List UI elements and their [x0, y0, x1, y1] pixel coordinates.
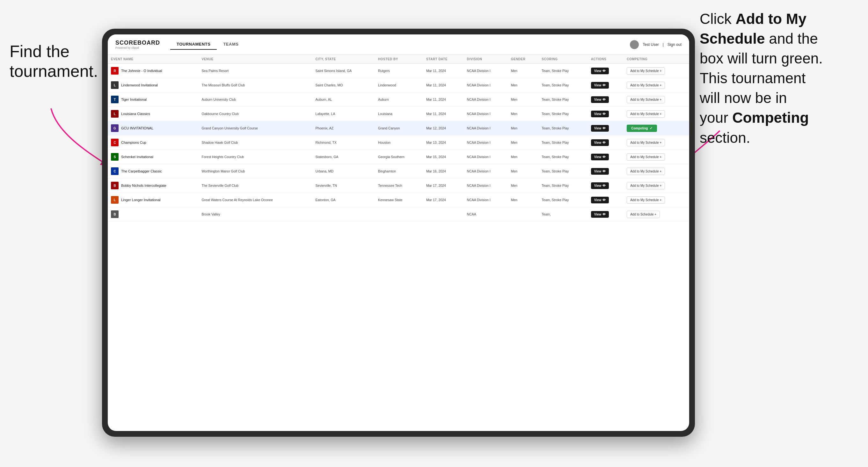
- division-cell: NCAA Division I: [464, 64, 508, 78]
- eye-icon: 👁: [602, 127, 606, 130]
- city-cell: Phoenix, AZ: [312, 121, 375, 135]
- table-row: L Linger Longer Invitational Great Water…: [108, 193, 689, 207]
- eye-icon: 👁: [602, 169, 606, 173]
- hosted-by-cell: Grand Canyon: [375, 121, 423, 135]
- eye-icon: 👁: [602, 213, 606, 216]
- competing-cell: Add to My Schedule +: [623, 78, 689, 92]
- view-button[interactable]: View 👁: [591, 168, 609, 175]
- add-to-schedule-button[interactable]: Add to My Schedule +: [627, 196, 665, 204]
- scoring-cell: Team, Stroke Play: [538, 92, 588, 107]
- team-logo: L: [111, 196, 119, 204]
- start-date-cell: Mar 11, 2024: [423, 78, 464, 92]
- start-date-cell: Mar 13, 2024: [423, 135, 464, 150]
- add-to-schedule-button[interactable]: Add to My Schedule +: [627, 182, 665, 189]
- competing-cell: Add to My Schedule +: [623, 64, 689, 78]
- col-start-date: START DATE: [423, 55, 464, 64]
- scoring-cell: Team, Stroke Play: [538, 64, 588, 78]
- tablet-screen: SCOREBOARD Powered by clippd TOURNAMENTS…: [108, 34, 689, 431]
- check-icon: ✓: [650, 126, 652, 130]
- hosted-by-cell: [375, 207, 423, 222]
- add-to-schedule-button[interactable]: Add to Schedule +: [627, 211, 660, 218]
- hosted-by-cell: Kennesaw State: [375, 193, 423, 207]
- event-name-text: Lindenwood Invitational: [121, 83, 158, 87]
- add-to-schedule-button[interactable]: Add to My Schedule +: [627, 168, 665, 175]
- view-button[interactable]: View 👁: [591, 197, 609, 204]
- view-button[interactable]: View 👁: [591, 182, 609, 189]
- gender-cell: Men: [508, 150, 539, 164]
- logo-area: SCOREBOARD Powered by clippd: [115, 39, 160, 50]
- start-date-cell: Mar 16, 2024: [423, 164, 464, 179]
- col-gender: GENDER: [508, 55, 539, 64]
- hosted-by-cell: Georgia Southern: [375, 150, 423, 164]
- separator: |: [663, 42, 664, 47]
- event-name-cell: R The Johnnie - O Individual: [111, 67, 195, 74]
- tab-teams[interactable]: TEAMS: [217, 39, 245, 50]
- venue-cell: Great Waters Course At Reynolds Lake Oco…: [198, 193, 312, 207]
- gender-cell: Men: [508, 107, 539, 121]
- add-to-schedule-button[interactable]: Add to My Schedule +: [627, 139, 665, 146]
- venue-cell: Auburn University Club: [198, 92, 312, 107]
- city-cell: Lafayette, LA: [312, 107, 375, 121]
- venue-cell: Worthington Manor Golf Club: [198, 164, 312, 179]
- table-row: L Louisiana Classics Oakbourne Country C…: [108, 107, 689, 121]
- eye-icon: 👁: [602, 112, 606, 116]
- start-date-cell: Mar 11, 2024: [423, 107, 464, 121]
- city-cell: Sevierville, TN: [312, 179, 375, 193]
- annotation-right: Click Add to MySchedule and thebox will …: [700, 9, 859, 148]
- start-date-cell: Mar 15, 2024: [423, 150, 464, 164]
- actions-cell: View 👁: [588, 64, 623, 78]
- sign-out-link[interactable]: Sign out: [668, 42, 682, 47]
- gender-cell: Men: [508, 193, 539, 207]
- event-name-cell: C Champions Cup: [111, 139, 195, 146]
- event-name-cell: B Bobby Nichols Intercollegiate: [111, 182, 195, 189]
- view-button[interactable]: View 👁: [591, 211, 609, 218]
- competing-cell: Add to My Schedule +: [623, 179, 689, 193]
- add-to-schedule-button[interactable]: Add to My Schedule +: [627, 110, 665, 118]
- add-to-schedule-button[interactable]: Add to My Schedule +: [627, 153, 665, 161]
- add-to-schedule-button[interactable]: Add to My Schedule +: [627, 96, 665, 103]
- division-cell: NCAA Division I: [464, 179, 508, 193]
- city-cell: Statesboro, GA: [312, 150, 375, 164]
- competing-button[interactable]: Competing ✓: [627, 125, 657, 132]
- team-logo: C: [111, 167, 119, 175]
- competing-cell: Competing ✓: [623, 121, 689, 135]
- view-button[interactable]: View 👁: [591, 82, 609, 89]
- scoring-cell: Team, Stroke Play: [538, 193, 588, 207]
- actions-cell: View 👁: [588, 150, 623, 164]
- start-date-cell: Mar 12, 2024: [423, 121, 464, 135]
- city-cell: Urbana, MD: [312, 164, 375, 179]
- col-competing: COMPETING: [623, 55, 689, 64]
- event-name-text: Bobby Nichols Intercollegiate: [121, 183, 166, 188]
- eye-icon: 👁: [602, 69, 606, 73]
- table-row: S Schenkel Invitational Forest Heights C…: [108, 150, 689, 164]
- scoring-cell: Team, Stroke Play: [538, 135, 588, 150]
- gender-cell: Men: [508, 121, 539, 135]
- view-button[interactable]: View 👁: [591, 111, 609, 117]
- team-logo: B: [111, 210, 119, 218]
- hosted-by-cell: Louisiana: [375, 107, 423, 121]
- view-button[interactable]: View 👁: [591, 125, 609, 132]
- eye-icon: 👁: [602, 184, 606, 187]
- table-row: C Champions Cup Shadow Hawk Golf ClubRic…: [108, 135, 689, 150]
- venue-cell: Brook Valley: [198, 207, 312, 222]
- event-name-text: The Carpetbagger Classic: [121, 169, 162, 174]
- col-actions: ACTIONS: [588, 55, 623, 64]
- add-to-schedule-button[interactable]: Add to My Schedule +: [627, 67, 665, 74]
- col-scoring: SCORING: [538, 55, 588, 64]
- table-container: EVENT NAME VENUE CITY, STATE HOSTED BY S…: [108, 55, 689, 431]
- competing-cell: Add to Schedule +: [623, 207, 689, 222]
- scoring-cell: Team,: [538, 207, 588, 222]
- view-button[interactable]: View 👁: [591, 96, 609, 103]
- col-venue: VENUE: [198, 55, 312, 64]
- view-button[interactable]: View 👁: [591, 139, 609, 146]
- view-button[interactable]: View 👁: [591, 154, 609, 160]
- gender-cell: Men: [508, 78, 539, 92]
- add-to-schedule-button[interactable]: Add to My Schedule +: [627, 82, 665, 89]
- event-name-text: Tiger Invitational: [121, 97, 147, 102]
- tab-tournaments[interactable]: TOURNAMENTS: [170, 39, 217, 50]
- scoring-cell: Team, Stroke Play: [538, 107, 588, 121]
- scoring-cell: Team, Stroke Play: [538, 164, 588, 179]
- col-city-state: CITY, STATE: [312, 55, 375, 64]
- view-button[interactable]: View 👁: [591, 68, 609, 74]
- event-name-text: Louisiana Classics: [121, 112, 150, 116]
